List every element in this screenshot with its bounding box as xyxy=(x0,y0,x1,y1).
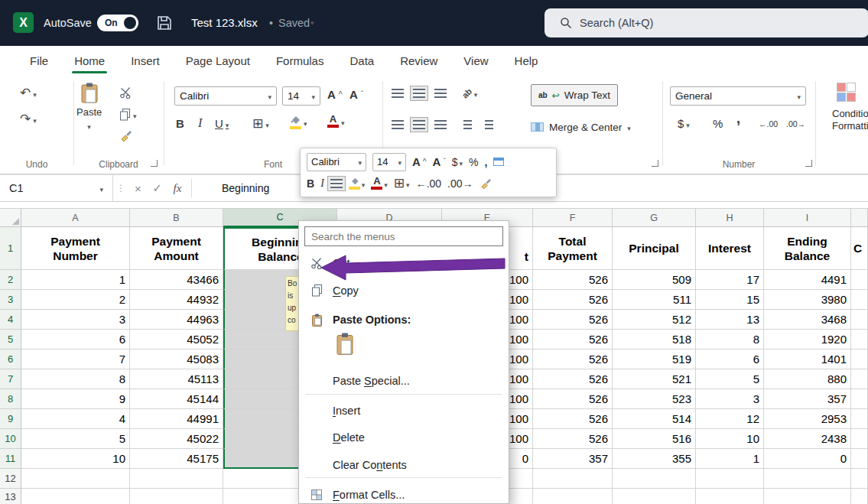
mini-percent-button[interactable]: % xyxy=(469,156,478,168)
context-menu-clear-contents[interactable]: Clear Contents xyxy=(299,453,509,477)
copy-button[interactable] xyxy=(119,108,137,121)
cell-F7[interactable]: 526 xyxy=(533,369,613,389)
cut-button[interactable] xyxy=(119,86,132,99)
menu-insert[interactable]: Insert xyxy=(118,46,173,76)
orientation-button[interactable]: ab xyxy=(462,86,477,99)
menu-formulas[interactable]: Formulas xyxy=(263,46,337,76)
cell-F10[interactable]: 526 xyxy=(533,429,613,449)
cell-G11[interactable]: 355 xyxy=(613,449,696,469)
row-header-4[interactable]: 4 xyxy=(0,310,21,330)
increase-font-button[interactable]: A^ xyxy=(327,88,343,101)
increase-decimal-button[interactable]: ←.00 xyxy=(759,119,778,128)
mini-decrease-decimal-button[interactable]: .00→ xyxy=(447,177,473,190)
cell-A13[interactable] xyxy=(21,489,130,504)
cell-F1[interactable]: Total Payment xyxy=(533,227,613,270)
fill-color-caret-icon[interactable] xyxy=(304,115,307,128)
cell-J2[interactable] xyxy=(851,270,868,290)
cell-F8[interactable]: 526 xyxy=(533,389,613,409)
mini-bold-button[interactable]: B xyxy=(307,177,314,190)
redo-button[interactable]: ↷ xyxy=(20,112,37,125)
cell-F3[interactable]: 526 xyxy=(533,290,613,310)
column-header-F[interactable]: F xyxy=(533,209,613,227)
accounting-format-button[interactable]: $ xyxy=(678,117,690,130)
cell-B8[interactable]: 45144 xyxy=(130,389,223,409)
cell-J11[interactable] xyxy=(851,449,868,469)
mini-fill-color-button[interactable] xyxy=(349,177,366,190)
column-header-I[interactable]: I xyxy=(764,209,851,227)
cell-H5[interactable]: 8 xyxy=(696,330,764,350)
mini-comma-button[interactable]: , xyxy=(485,158,488,166)
mini-italic-button[interactable]: I xyxy=(320,177,324,190)
cell-I6[interactable]: 1401 xyxy=(764,350,851,369)
column-header-A[interactable]: A xyxy=(21,209,130,227)
cell-I8[interactable]: 357 xyxy=(764,389,851,409)
cell-G3[interactable]: 511 xyxy=(613,290,696,310)
row-header-7[interactable]: 7 xyxy=(0,369,21,389)
align-top-icon[interactable] xyxy=(392,89,404,98)
menu-help[interactable]: Help xyxy=(502,46,551,76)
mini-font-color-button[interactable]: A xyxy=(371,177,388,190)
row-header-2[interactable]: 2 xyxy=(0,270,21,290)
number-format-combo[interactable]: General xyxy=(670,86,806,106)
name-box-caret-icon[interactable] xyxy=(99,182,103,194)
cell-H13[interactable] xyxy=(696,489,764,504)
context-menu-search-input[interactable] xyxy=(304,226,503,246)
mini-borders-button[interactable]: ⊞ xyxy=(394,177,410,190)
merge-center-button[interactable]: Merge & Center xyxy=(531,117,631,137)
align-bottom-icon[interactable] xyxy=(434,89,447,98)
cell-G5[interactable]: 518 xyxy=(613,330,696,350)
decrease-font-button[interactable]: Aˇ xyxy=(349,88,363,101)
decrease-indent-icon[interactable] xyxy=(463,120,472,129)
cell-I11[interactable]: 0 xyxy=(764,449,851,469)
cell-B10[interactable]: 45022 xyxy=(130,429,223,449)
underline-button[interactable]: U xyxy=(215,117,229,130)
cell-J1[interactable]: C xyxy=(851,227,868,270)
align-center-icon[interactable] xyxy=(413,120,425,129)
cell-J6[interactable] xyxy=(851,350,868,369)
cell-A5[interactable]: 6 xyxy=(21,330,130,350)
cell-G9[interactable]: 514 xyxy=(613,409,696,429)
cell-J13[interactable] xyxy=(851,489,868,504)
mini-increase-font-button[interactable]: A^ xyxy=(412,155,427,168)
comma-style-button[interactable]: , xyxy=(736,115,740,122)
cell-F9[interactable]: 526 xyxy=(533,409,613,429)
autosave-toggle[interactable]: On xyxy=(97,15,138,31)
cell-F4[interactable]: 526 xyxy=(533,310,613,330)
row-header-8[interactable]: 8 xyxy=(0,389,21,409)
cell-B7[interactable]: 45113 xyxy=(130,369,223,389)
row-header-5[interactable]: 5 xyxy=(0,330,21,350)
mini-increase-decimal-button[interactable]: ←.00 xyxy=(416,177,441,190)
cell-B2[interactable]: 43466 xyxy=(130,270,223,290)
cell-J9[interactable] xyxy=(851,409,868,429)
cell-A2[interactable]: 1 xyxy=(21,270,130,290)
align-right-icon[interactable] xyxy=(434,120,447,129)
row-header-10[interactable]: 10 xyxy=(0,429,21,449)
save-icon[interactable] xyxy=(155,14,174,35)
cell-B3[interactable]: 44932 xyxy=(130,290,223,310)
cell-H10[interactable]: 10 xyxy=(696,429,764,449)
fill-color-button[interactable] xyxy=(289,115,307,129)
conditional-formatting-button[interactable]: Conditio Formatti xyxy=(829,83,868,132)
cell-J7[interactable] xyxy=(851,369,868,389)
cancel-button[interactable]: × xyxy=(128,182,148,195)
context-menu-paste-button[interactable] xyxy=(336,333,354,359)
undo-button[interactable]: ↶ xyxy=(20,86,37,99)
orientation-caret-icon[interactable] xyxy=(474,86,478,99)
wrap-text-button[interactable]: ab↩ Wrap Text xyxy=(531,84,618,106)
cell-H4[interactable]: 13 xyxy=(696,310,764,330)
mini-align-center-icon[interactable] xyxy=(330,179,343,188)
context-menu-delete[interactable]: Delete xyxy=(299,425,509,450)
cell-B5[interactable]: 45052 xyxy=(130,330,223,350)
cell-H8[interactable]: 3 xyxy=(696,389,764,409)
menu-data[interactable]: Data xyxy=(336,46,387,76)
merge-center-caret-icon[interactable] xyxy=(627,122,631,133)
cell-A1[interactable]: Payment Number xyxy=(21,227,130,270)
enter-button[interactable]: ✓ xyxy=(148,181,167,195)
italic-button[interactable]: I xyxy=(198,116,202,130)
context-menu-paste-special[interactable]: Paste Special... xyxy=(299,369,509,393)
cell-J10[interactable] xyxy=(851,429,868,449)
alignment-dialog-launcher[interactable] xyxy=(652,160,658,167)
currency-caret-icon[interactable] xyxy=(686,117,690,130)
cell-I1[interactable]: Ending Balance xyxy=(764,227,851,270)
cell-J4[interactable] xyxy=(851,310,868,330)
